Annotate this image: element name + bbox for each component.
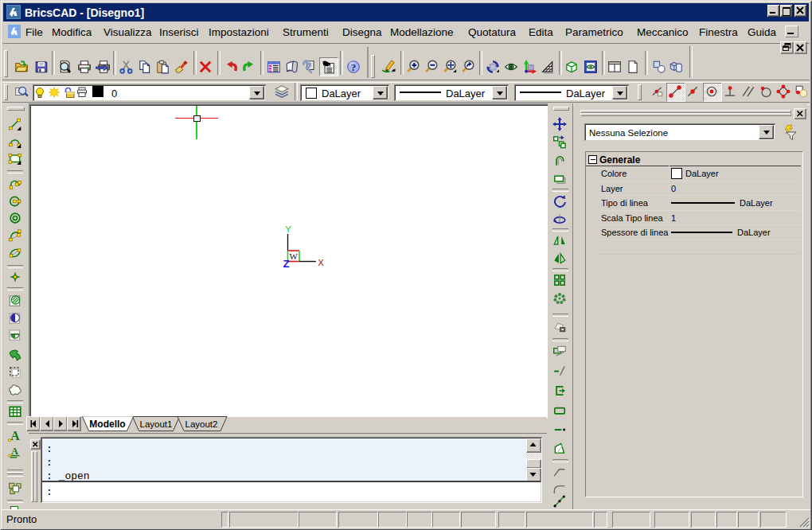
svg-text:Layout2: Layout2 [185, 419, 218, 429]
svg-text:A: A [11, 446, 18, 457]
svg-text:?: ? [351, 61, 356, 73]
svg-text:Z: Z [283, 258, 289, 270]
svg-text:Layout1: Layout1 [140, 419, 173, 429]
svg-text:A: A [10, 429, 20, 442]
svg-text:X: X [318, 258, 324, 267]
svg-text:Y: Y [285, 224, 291, 234]
svg-text:Modello: Modello [89, 419, 125, 430]
svg-text:W: W [290, 251, 299, 261]
